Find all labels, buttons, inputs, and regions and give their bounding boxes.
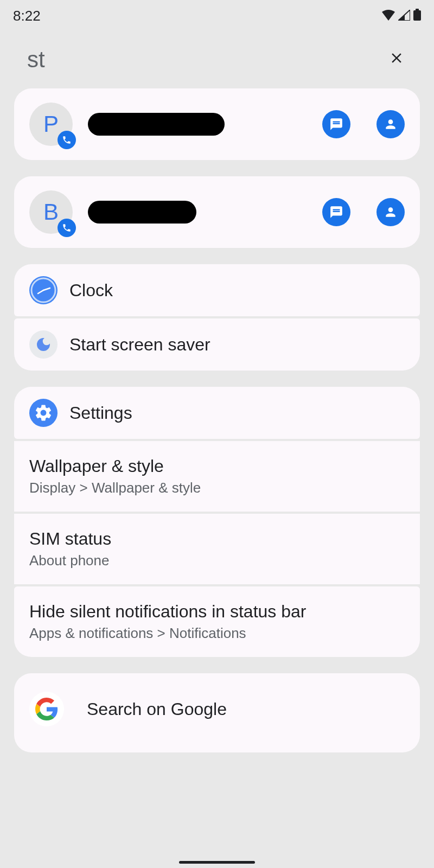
status-icons	[382, 8, 421, 24]
message-button[interactable]	[322, 110, 350, 138]
setting-sim-status[interactable]: SIM status About phone	[14, 514, 420, 584]
setting-wallpaper[interactable]: Wallpaper & style Display > Wallpaper & …	[14, 441, 420, 512]
contact-initial: P	[43, 111, 59, 137]
setting-path: Display > Wallpaper & style	[29, 480, 201, 496]
wifi-icon	[382, 8, 395, 24]
status-time: 8:22	[13, 8, 41, 24]
close-icon[interactable]	[384, 44, 409, 75]
setting-title: Wallpaper & style	[29, 456, 164, 476]
contact-result[interactable]: B	[14, 176, 420, 248]
status-bar: 8:22	[0, 0, 434, 29]
settings-header[interactable]: Settings	[14, 387, 420, 439]
nav-handle[interactable]	[179, 861, 255, 864]
settings-label: Settings	[69, 403, 132, 423]
search-query: st	[27, 47, 45, 73]
setting-path: Apps & notifications > Notifications	[29, 625, 246, 642]
moon-icon	[29, 330, 58, 359]
setting-path: About phone	[29, 552, 109, 569]
app-screensaver[interactable]: Start screen saver	[14, 318, 420, 371]
redacted-name	[88, 113, 225, 136]
phone-icon	[58, 131, 76, 149]
app-label: Start screen saver	[69, 335, 210, 355]
google-search[interactable]: Search on Google	[14, 673, 420, 752]
contact-avatar: B	[29, 190, 73, 234]
contact-button[interactable]	[376, 198, 405, 226]
app-label: Clock	[69, 280, 113, 301]
setting-title: SIM status	[29, 529, 111, 549]
setting-silent-notifications[interactable]: Hide silent notifications in status bar …	[14, 586, 420, 657]
contact-result[interactable]: P	[14, 88, 420, 160]
contact-initial: B	[43, 199, 59, 225]
google-icon	[29, 692, 64, 726]
phone-icon	[58, 219, 76, 237]
app-clock[interactable]: Clock	[14, 264, 420, 316]
redacted-name	[88, 201, 196, 224]
contact-button[interactable]	[376, 110, 405, 138]
app-group: Clock Start screen saver	[14, 264, 420, 371]
signal-icon	[398, 8, 410, 24]
setting-title: Hide silent notifications in status bar	[29, 602, 306, 622]
settings-group: Settings Wallpaper & style Display > Wal…	[14, 387, 420, 657]
search-bar[interactable]: st	[0, 29, 434, 88]
gear-icon	[29, 399, 58, 427]
battery-icon	[413, 8, 421, 24]
google-search-label: Search on Google	[87, 699, 227, 719]
svg-rect-1	[416, 9, 419, 11]
svg-rect-0	[413, 10, 421, 21]
message-button[interactable]	[322, 198, 350, 226]
contact-avatar: P	[29, 103, 73, 146]
clock-icon	[29, 276, 58, 304]
